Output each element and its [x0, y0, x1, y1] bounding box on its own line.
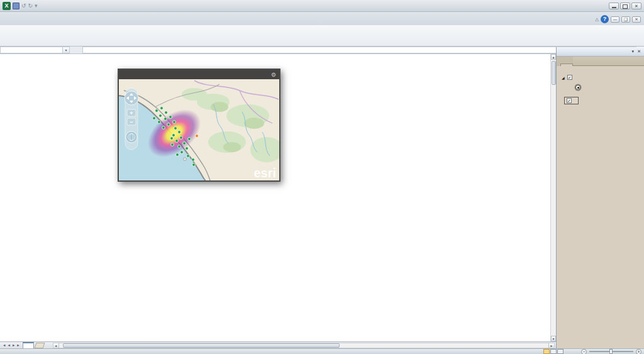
sheet-tab-bar: ◄ ◄ ► ► ◄ ►: [0, 341, 556, 348]
orange-sighting-dot: [195, 134, 198, 137]
save-icon[interactable]: [13, 3, 19, 9]
first-sheet-icon[interactable]: ◄: [3, 343, 6, 347]
sheet-tab[interactable]: [23, 342, 34, 348]
not-grouped-radio[interactable]: [575, 85, 580, 90]
workbook-restore-button[interactable]: ❑: [621, 16, 630, 23]
qat-dropdown-icon[interactable]: ▾: [35, 3, 38, 9]
vertical-scrollbar[interactable]: ▲ ▼: [550, 54, 556, 341]
zoom-in-icon[interactable]: +: [636, 349, 641, 354]
restore-button[interactable]: [620, 3, 630, 9]
insert-worksheet-icon[interactable]: [34, 343, 45, 348]
last-sheet-icon[interactable]: ►: [16, 343, 19, 347]
workbook-close-button[interactable]: ✕: [632, 16, 641, 23]
esri-maps-panel: ▾ ✕ ◢ ✓ ✓: [556, 47, 644, 348]
page-break-view-button[interactable]: [557, 349, 564, 354]
zoom-slider-thumb[interactable]: [609, 349, 613, 354]
close-button[interactable]: ✕: [631, 3, 641, 9]
fx-icon: [70, 47, 82, 53]
svg-text:−: −: [130, 119, 133, 125]
vertical-scroll-thumb[interactable]: [552, 61, 556, 85]
gear-icon[interactable]: ⚙: [271, 72, 276, 78]
quick-access-toolbar: X ↺ ↻ ▾: [0, 2, 38, 10]
collapse-ribbon-icon[interactable]: △: [596, 17, 599, 22]
scroll-right-icon[interactable]: ►: [548, 343, 554, 348]
scroll-up-icon[interactable]: ▲: [551, 54, 556, 60]
title-bar: X ↺ ↻ ▾ ✕: [0, 0, 644, 12]
ribbon-tab-row: △ ? — ❑ ✕: [0, 12, 644, 25]
svg-text:+: +: [130, 110, 133, 116]
map-contents-body: ◢ ✓ ✓: [557, 66, 644, 348]
panel-dropdown-icon[interactable]: ▾: [632, 49, 635, 54]
page-layout-view-button[interactable]: [550, 349, 557, 354]
white-sighting-dot: [184, 158, 187, 161]
status-bar: − +: [0, 348, 644, 354]
map-canvas[interactable]: + − esri: [119, 79, 279, 180]
ribbon: [0, 25, 644, 47]
map-nav-control: + −: [125, 88, 138, 150]
workbook-minimize-button[interactable]: —: [611, 16, 619, 23]
name-box-dropdown-icon[interactable]: ▾: [63, 47, 70, 53]
heat-map-row[interactable]: ✓: [564, 97, 579, 104]
horizontal-scroll-thumb[interactable]: [63, 343, 340, 348]
zoom-out-icon[interactable]: −: [581, 349, 587, 354]
excel-layer-checkbox[interactable]: ✓: [567, 75, 572, 80]
horizontal-scrollbar[interactable]: ◄ ►: [53, 343, 555, 348]
redo-icon[interactable]: ↻: [28, 3, 33, 9]
heat-map-checkbox[interactable]: ✓: [567, 98, 572, 103]
undo-icon[interactable]: ↺: [21, 3, 26, 9]
scroll-down-icon[interactable]: ▼: [551, 336, 556, 341]
next-sheet-icon[interactable]: ►: [12, 343, 15, 347]
expand-triangle-icon[interactable]: ◢: [562, 75, 565, 80]
excel-app-icon: X: [3, 2, 11, 10]
map-title-bar[interactable]: ⚙: [119, 70, 279, 79]
prev-sheet-icon[interactable]: ◄: [7, 343, 10, 347]
minimize-button[interactable]: [609, 3, 619, 9]
zoom-control[interactable]: − +: [581, 349, 641, 354]
map-overlay[interactable]: ⚙: [118, 69, 280, 182]
scroll-left-icon[interactable]: ◄: [53, 343, 59, 348]
map-svg: + − esri: [119, 79, 279, 180]
formula-bar: ▾ ▾: [0, 47, 644, 54]
name-box[interactable]: [0, 47, 63, 53]
panel-close-icon[interactable]: ✕: [637, 49, 641, 54]
esri-watermark: esri: [253, 166, 276, 180]
help-icon[interactable]: ?: [601, 15, 609, 23]
formula-input[interactable]: [82, 47, 636, 53]
excel-window: X ↺ ↻ ▾ ✕ △ ? — ❑ ✕ ▾ ▾: [0, 0, 644, 354]
normal-view-button[interactable]: [543, 349, 550, 354]
